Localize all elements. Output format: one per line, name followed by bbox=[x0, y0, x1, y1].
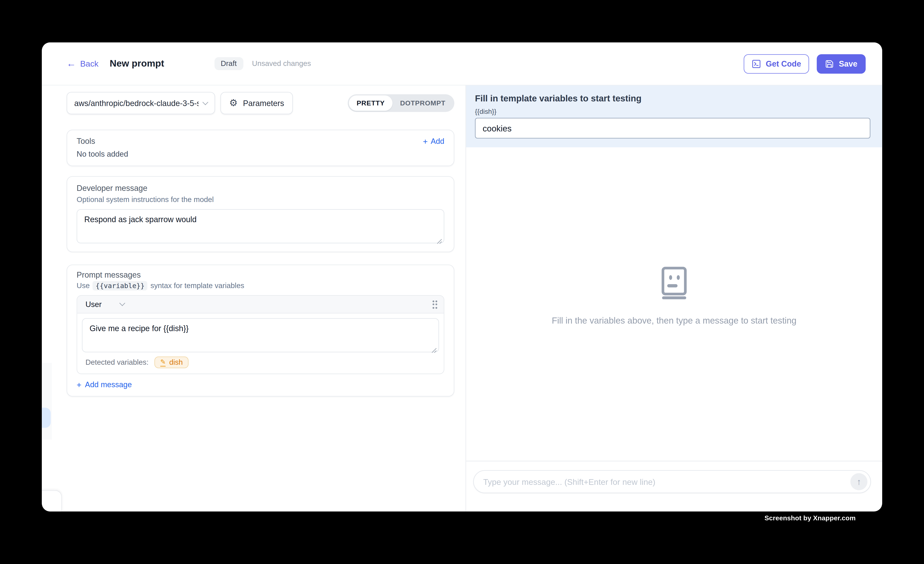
model-row: aws/anthropic/bedrock-claude-3-5-s... ⚙ … bbox=[67, 92, 454, 114]
screenshot-stage: ← Back New prompt Draft Unsaved changes … bbox=[0, 0, 924, 564]
chevron-down-icon[interactable] bbox=[120, 300, 126, 306]
tools-card: Tools + Add No tools added bbox=[67, 129, 454, 166]
developer-message-input[interactable]: Respond as jack sparrow would bbox=[77, 210, 444, 243]
add-message-label: Add message bbox=[85, 380, 132, 389]
get-code-label: Get Code bbox=[766, 59, 801, 68]
dish-variable-label: {{dish}} bbox=[475, 108, 870, 115]
role-select-value[interactable]: User bbox=[86, 300, 102, 309]
chat-area: Fill in the variables above, then type a… bbox=[466, 147, 882, 461]
tools-empty-text: No tools added bbox=[76, 150, 444, 159]
top-bar: ← Back New prompt Draft Unsaved changes … bbox=[42, 42, 882, 86]
message-role-header: User bbox=[77, 296, 444, 314]
hint-suffix: syntax for template variables bbox=[150, 282, 244, 290]
terminal-icon bbox=[752, 59, 761, 68]
plus-icon: + bbox=[76, 381, 81, 388]
variable-name: dish bbox=[169, 358, 183, 366]
prompt-messages-title: Prompt messages bbox=[76, 270, 444, 279]
get-code-button[interactable]: Get Code bbox=[744, 54, 810, 74]
toggle-pretty[interactable]: PRETTY bbox=[349, 96, 393, 111]
parameters-label: Parameters bbox=[243, 99, 284, 108]
back-button[interactable]: ← Back bbox=[67, 59, 99, 69]
hint-prefix: Use bbox=[76, 282, 90, 290]
clipped-corner-popover bbox=[42, 490, 62, 512]
chat-empty-state: Fill in the variables above, then type a… bbox=[552, 266, 796, 325]
developer-message-subtitle: Optional system instructions for the mod… bbox=[76, 196, 444, 204]
robot-face-icon bbox=[661, 266, 688, 299]
message-field-wrap: Give me a recipe for {{dish}} bbox=[82, 318, 439, 352]
page-title: New prompt bbox=[110, 58, 164, 69]
test-panel-column: Fill in template variables to start test… bbox=[466, 86, 882, 512]
status-badge: Draft bbox=[214, 57, 243, 70]
template-variables-panel: Fill in template variables to start test… bbox=[466, 86, 882, 147]
chat-footer: ↑ bbox=[466, 461, 882, 511]
developer-message-field-wrap: Respond as jack sparrow would bbox=[76, 209, 444, 243]
developer-message-card: Developer message Optional system instru… bbox=[67, 176, 454, 252]
model-selector[interactable]: aws/anthropic/bedrock-claude-3-5-s... bbox=[67, 92, 215, 114]
save-floppy-icon bbox=[825, 59, 834, 68]
save-button[interactable]: Save bbox=[817, 54, 866, 74]
add-message-button[interactable]: + Add message bbox=[76, 380, 444, 389]
clipped-sidebar-strip bbox=[42, 363, 52, 440]
message-input[interactable]: Give me a recipe for {{dish}} bbox=[82, 319, 438, 352]
main-content: aws/anthropic/bedrock-claude-3-5-s... ⚙ … bbox=[42, 86, 882, 512]
save-label: Save bbox=[839, 59, 857, 68]
add-tool-button[interactable]: + Add bbox=[423, 137, 444, 146]
chevron-down-icon bbox=[202, 99, 208, 105]
app-window: ← Back New prompt Draft Unsaved changes … bbox=[42, 42, 882, 512]
fill-variables-title: Fill in template variables to start test… bbox=[475, 93, 870, 103]
drag-handle-icon[interactable] bbox=[432, 300, 437, 309]
format-toggle: PRETTY DOTPROMPT bbox=[348, 94, 454, 112]
model-selector-value: aws/anthropic/bedrock-claude-3-5-s... bbox=[74, 99, 199, 108]
chat-message-input[interactable] bbox=[483, 477, 850, 486]
plus-icon: + bbox=[423, 137, 428, 145]
add-tool-label: Add bbox=[431, 137, 444, 146]
message-block: User Give me a recipe for {{dish}} bbox=[76, 295, 444, 374]
variable-badge-dish[interactable]: ✎ dish bbox=[154, 357, 189, 369]
parameters-button[interactable]: ⚙ Parameters bbox=[220, 92, 293, 114]
clipped-nav-highlight bbox=[42, 408, 51, 428]
toggle-dotprompt[interactable]: DOTPROMPT bbox=[393, 96, 453, 111]
detected-variables-row: Detected variables: ✎ dish bbox=[82, 352, 439, 369]
back-arrow-icon: ← bbox=[67, 59, 76, 69]
tools-card-header: Tools + Add bbox=[76, 137, 444, 146]
unsaved-changes-text: Unsaved changes bbox=[252, 59, 311, 68]
edit-pencil-icon: ✎ bbox=[160, 358, 166, 367]
top-bar-actions: Get Code Save bbox=[744, 54, 866, 74]
gear-icon: ⚙ bbox=[230, 99, 238, 108]
variable-code-chip: {{variable}} bbox=[93, 281, 147, 291]
send-button[interactable]: ↑ bbox=[850, 473, 867, 490]
tools-title: Tools bbox=[76, 137, 95, 146]
send-arrow-icon: ↑ bbox=[856, 477, 861, 487]
detected-variables-label: Detected variables: bbox=[86, 358, 148, 366]
chat-input-wrap: ↑ bbox=[473, 470, 871, 493]
chat-empty-text: Fill in the variables above, then type a… bbox=[552, 315, 796, 325]
prompt-editor-column: aws/anthropic/bedrock-claude-3-5-s... ⚙ … bbox=[42, 86, 466, 512]
message-body: Give me a recipe for {{dish}} Detected v… bbox=[77, 314, 444, 374]
back-label: Back bbox=[80, 59, 99, 69]
dish-variable-input[interactable] bbox=[475, 118, 870, 138]
variable-syntax-hint: Use {{variable}} syntax for template var… bbox=[76, 281, 444, 291]
prompt-messages-card: Prompt messages Use {{variable}} syntax … bbox=[67, 265, 454, 397]
developer-message-title: Developer message bbox=[76, 184, 444, 193]
xnapper-watermark: Screenshot by Xnapper.com bbox=[764, 514, 855, 522]
